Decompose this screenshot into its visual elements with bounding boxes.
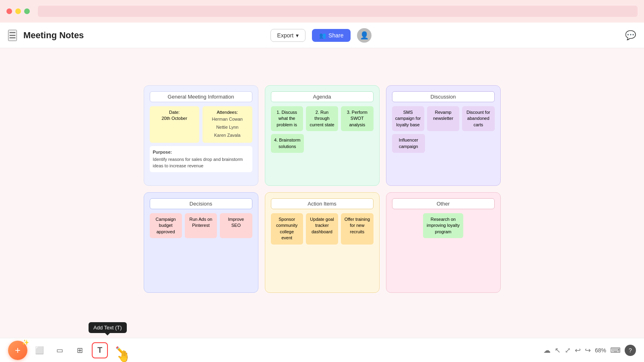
- export-label: Export: [277, 32, 293, 39]
- card-general-meeting: General Meeting Information Date: 20th O…: [144, 85, 258, 186]
- agenda-item-1: 2. Run through current state: [306, 106, 338, 131]
- sparkle-icon: ✨: [22, 339, 29, 346]
- export-button[interactable]: Export ▾: [270, 29, 305, 42]
- cloud-icon[interactable]: ☁: [543, 346, 551, 355]
- attendees-list: Herman Cowan Nettie Lynn Karen Zavala: [206, 115, 249, 139]
- discussion-grid: SMS campaign for loyalty base Revamp new…: [392, 106, 495, 131]
- action-item-1: Update goal tracker dashboard: [306, 213, 338, 245]
- keyboard-icon[interactable]: ⌨: [610, 346, 621, 355]
- card-icon: ▭: [56, 346, 63, 355]
- agenda-grid-bottom: 4. Brainstorm solutions: [271, 134, 374, 153]
- dot-green[interactable]: [24, 8, 30, 14]
- card-actions-header: Action Items: [271, 198, 374, 209]
- chat-icon[interactable]: 💬: [625, 30, 636, 41]
- agenda-item-0: 1. Discuss what the problem is: [271, 106, 303, 131]
- dot-red[interactable]: [6, 8, 12, 14]
- canvas: General Meeting Information Date: 20th O…: [0, 48, 644, 338]
- tooltip-add-text: Add Text (T): [89, 322, 127, 333]
- share-icon: 👥: [319, 32, 326, 39]
- toolbar-left: + ✨ ⬜ ▭ ⊞ T ✏️: [8, 341, 128, 360]
- date-label: Date:: [153, 109, 196, 115]
- undo-button[interactable]: ↩: [575, 346, 581, 355]
- frame-icon: ⬜: [35, 346, 44, 355]
- date-value: 20th October: [153, 115, 196, 121]
- pen-tool-button[interactable]: ✏️: [112, 342, 128, 358]
- other-item-0: Research on improving loyalty program: [423, 213, 463, 238]
- discussion-bottom: Influencer campaign: [392, 134, 495, 153]
- card-agenda: Agenda 1. Discuss what the problem is 2.…: [265, 85, 380, 186]
- agenda-item-3: 4. Brainstorm solutions: [271, 134, 304, 153]
- card-other: Other Research on improving loyalty prog…: [386, 192, 501, 293]
- discussion-item-2: Discount for abandoned carts: [462, 106, 494, 131]
- table-tool-button[interactable]: ⊞: [72, 342, 88, 358]
- avatar[interactable]: 👤: [357, 28, 372, 43]
- card-general-header: General Meeting Information: [150, 91, 252, 102]
- dot-yellow[interactable]: [15, 8, 21, 14]
- chevron-down-icon: ▾: [296, 32, 299, 39]
- card-discussion: Discussion SMS campaign for loyalty base…: [386, 85, 501, 186]
- text-tool-button[interactable]: T: [92, 342, 108, 358]
- purpose-text: Identify reasons for sales drop and brai…: [153, 156, 249, 169]
- toolbar: + ✨ ⬜ ▭ ⊞ T ✏️ Add Text (T) 🤚 ☁ ↖ ⤢ ↩ ↪ …: [0, 338, 644, 362]
- decision-item-2: Improve SEO: [220, 213, 252, 238]
- pointer-icon[interactable]: ↖: [555, 346, 561, 355]
- share-button[interactable]: 👥 Share: [312, 29, 351, 42]
- discussion-item-0: SMS campaign for loyalty base: [392, 106, 424, 131]
- menu-button[interactable]: ☰: [8, 30, 17, 41]
- purpose-box: Purpose: Identify reasons for sales drop…: [150, 146, 252, 172]
- date-note: Date: 20th October: [150, 106, 200, 143]
- card-decisions-header: Decisions: [150, 198, 252, 209]
- discussion-item-3: Influencer campaign: [392, 134, 425, 153]
- board: General Meeting Information Date: 20th O…: [144, 85, 501, 293]
- agenda-item-2: 3. Perform SWOT analysis: [341, 106, 373, 131]
- decision-item-1: Run Ads on Pinterest: [185, 213, 217, 238]
- title-bar: [0, 0, 644, 23]
- card-agenda-header: Agenda: [271, 91, 374, 102]
- attendee-2: Karen Zavala: [206, 132, 249, 140]
- page-title: Meeting Notes: [23, 30, 264, 41]
- card-other-header: Other: [392, 198, 495, 209]
- redo-button[interactable]: ↪: [585, 346, 591, 355]
- share-label: Share: [328, 32, 343, 39]
- other-grid: Research on improving loyalty program: [392, 213, 495, 238]
- help-button[interactable]: ?: [625, 345, 636, 356]
- attendee-1: Nettie Lynn: [206, 123, 249, 132]
- card-actions: Action Items Sponsor community college e…: [265, 192, 380, 293]
- attendees-label: Attendees:: [206, 109, 249, 115]
- card-tool-button[interactable]: ▭: [52, 342, 68, 358]
- attendee-0: Herman Cowan: [206, 115, 249, 123]
- frame-tool-button[interactable]: ⬜: [31, 342, 47, 358]
- zoom-level: 68%: [595, 347, 606, 354]
- url-bar: [38, 6, 638, 17]
- card-discussion-header: Discussion: [392, 91, 495, 102]
- header: ☰ Meeting Notes Export ▾ 👥 Share 👤 💬: [0, 23, 644, 48]
- agenda-grid-top: 1. Discuss what the problem is 2. Run th…: [271, 106, 374, 131]
- add-icon: +: [15, 345, 21, 356]
- attendees-note: Attendees: Herman Cowan Nettie Lynn Kare…: [202, 106, 252, 143]
- action-item-2: Offer training for new recruits: [341, 213, 373, 245]
- table-icon: ⊞: [77, 346, 83, 355]
- toolbar-right: ☁ ↖ ⤢ ↩ ↪ 68% ⌨ ?: [543, 345, 636, 356]
- add-btn-wrapper: + ✨: [8, 341, 27, 360]
- decision-item-0: Campaign budget approved: [150, 213, 182, 238]
- text-icon: T: [97, 346, 102, 355]
- decisions-grid: Campaign budget approved Run Ads on Pint…: [150, 213, 252, 238]
- move-icon[interactable]: ⤢: [565, 346, 571, 355]
- card-decisions: Decisions Campaign budget approved Run A…: [144, 192, 258, 293]
- actions-grid: Sponsor community college event Update g…: [271, 213, 374, 245]
- purpose-label: Purpose:: [153, 149, 249, 155]
- discussion-item-1: Revamp newsletter: [427, 106, 459, 131]
- action-item-0: Sponsor community college event: [271, 213, 303, 245]
- pen-icon: ✏️: [116, 346, 124, 355]
